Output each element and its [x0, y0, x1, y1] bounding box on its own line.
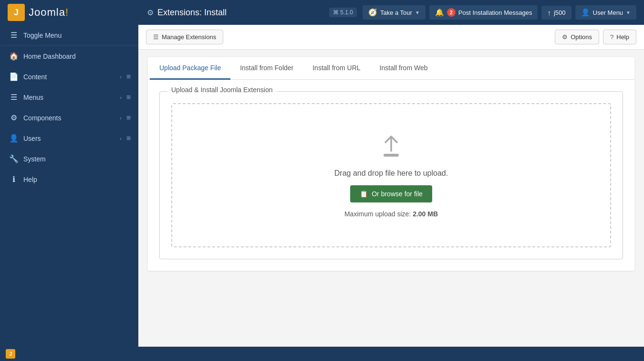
browse-file-button[interactable]: 📋 Or browse for file: [350, 185, 432, 202]
upload-svg-icon: [377, 133, 405, 161]
components-grid-icon: ⊞: [126, 115, 131, 121]
svg-rect-0: [384, 154, 399, 157]
tour-icon: 🧭: [368, 8, 377, 17]
sidebar-content-label: Content: [23, 73, 115, 81]
user-menu-label: User Menu: [593, 9, 623, 16]
logo-text: Joomla!: [29, 6, 69, 19]
options-button[interactable]: ⚙ Options: [555, 30, 599, 44]
sidebar-item-help[interactable]: ℹ Help: [0, 169, 138, 190]
menus-grid-icon: ⊞: [126, 94, 131, 100]
tour-chevron-icon: ▼: [415, 10, 420, 15]
version-badge: ⌘ 5.1.0: [329, 8, 357, 17]
user-upload-icon: ↑: [547, 9, 551, 17]
notification-badge: 2: [447, 8, 456, 17]
sidebar-system-label: System: [23, 155, 131, 163]
components-icon: ⚙: [9, 113, 19, 122]
sidebar-components-label: Components: [23, 114, 115, 122]
sidebar-item-content[interactable]: 📄 Content › ⊞: [0, 66, 138, 87]
sidebar-item-menus[interactable]: ☰ Menus › ⊞: [0, 87, 138, 107]
user-avatar-icon: 👤: [581, 8, 590, 17]
joomla-logo-icon: J: [8, 4, 25, 21]
options-label: Options: [571, 33, 592, 41]
menus-arrow-icon: ›: [120, 95, 122, 100]
sidebar-item-users[interactable]: 👤 Users › ⊞: [0, 128, 138, 149]
toggle-menu-item[interactable]: ☰ Toggle Menu: [0, 25, 138, 46]
tab-content-upload: Upload & Install Joomla Extension Drag a…: [148, 80, 634, 271]
tabs-container: Upload Package File Install from Folder …: [148, 57, 634, 271]
tab-install-url[interactable]: Install from URL: [303, 57, 370, 80]
upload-drop-area[interactable]: Drag and drop file here to upload. 📋 Or …: [171, 103, 611, 247]
content-icon: 📄: [9, 72, 19, 81]
bell-icon: 🔔: [435, 8, 444, 17]
help-button[interactable]: ? Help: [603, 30, 636, 44]
help-label: Help: [616, 33, 629, 41]
drop-text: Drag and drop file here to upload.: [334, 169, 448, 178]
user-menu-chevron-icon: ▼: [626, 10, 631, 15]
users-icon: 👤: [9, 134, 19, 143]
post-install-button[interactable]: 🔔 2 Post Installation Messages: [429, 5, 538, 20]
menus-icon: ☰: [9, 93, 19, 102]
toolbar: ☰ Manage Extensions ⚙ Options ? Help: [138, 25, 644, 50]
content-arrow-icon: ›: [120, 74, 122, 80]
header-center: ⚙ Extensions: Install: [147, 8, 320, 18]
main-layout: ☰ Toggle Menu 🏠 Home Dashboard 📄 Content…: [0, 25, 644, 347]
tab-upload-package[interactable]: Upload Package File: [150, 57, 230, 80]
browse-icon: 📋: [360, 190, 368, 198]
take-tour-label: Take a Tour: [380, 9, 412, 16]
upload-size-value: 2.00 MB: [413, 210, 438, 218]
take-tour-button[interactable]: 🧭 Take a Tour ▼: [363, 5, 426, 20]
help-sidebar-icon: ℹ: [9, 175, 19, 184]
upload-icon: [377, 133, 405, 161]
sidebar-item-components[interactable]: ⚙ Components › ⊞: [0, 107, 138, 128]
user-id-label: j500: [554, 9, 566, 16]
joomla-footer-icon: J: [6, 349, 15, 359]
header-buttons: 🧭 Take a Tour ▼ 🔔 2 Post Installation Me…: [363, 5, 636, 20]
tab-install-folder[interactable]: Install from Folder: [230, 57, 303, 80]
system-icon: 🔧: [9, 154, 19, 163]
sidebar-help-label: Help: [23, 176, 131, 183]
toggle-menu-icon: ☰: [9, 31, 19, 40]
page-content: Upload Package File Install from Folder …: [138, 50, 644, 347]
users-grid-icon: ⊞: [126, 135, 131, 141]
sidebar-item-home-dashboard[interactable]: 🏠 Home Dashboard: [0, 46, 138, 66]
toggle-menu-label: Toggle Menu: [23, 32, 131, 39]
content-area: ☰ Manage Extensions ⚙ Options ? Help: [138, 25, 644, 347]
sidebar-menus-label: Menus: [23, 94, 115, 101]
upload-section: Upload & Install Joomla Extension Drag a…: [159, 91, 623, 259]
tab-install-web[interactable]: Install from Web: [370, 57, 437, 80]
upload-section-legend: Upload & Install Joomla Extension: [167, 86, 276, 94]
content-grid-icon: ⊞: [126, 74, 131, 80]
users-arrow-icon: ›: [120, 136, 122, 141]
user-menu-button[interactable]: 👤 User Menu ▼: [575, 5, 636, 20]
home-icon: 🏠: [9, 52, 19, 61]
browse-label: Or browse for file: [372, 190, 423, 198]
bottom-bar: J: [0, 347, 644, 361]
top-header: J Joomla! ⚙ Extensions: Install ⌘ 5.1.0 …: [0, 0, 644, 25]
toolbar-right: ⚙ Options ? Help: [555, 30, 636, 44]
sidebar-home-label: Home Dashboard: [23, 53, 131, 60]
sidebar-users-label: Users: [23, 135, 115, 142]
user-id-button[interactable]: ↑ j500: [541, 6, 571, 20]
gear-icon: ⚙: [562, 33, 568, 41]
sidebar-item-system[interactable]: 🔧 System: [0, 149, 138, 169]
logo-area: J Joomla!: [8, 4, 141, 21]
tabs-header: Upload Package File Install from Folder …: [148, 57, 634, 80]
toolbar-left: ☰ Manage Extensions: [146, 30, 223, 44]
post-install-label: Post Installation Messages: [458, 9, 532, 16]
upload-size-text: Maximum upload size: 2.00 MB: [344, 210, 438, 218]
manage-extensions-label: Manage Extensions: [162, 33, 216, 41]
list-icon: ☰: [153, 33, 159, 41]
sidebar: ☰ Toggle Menu 🏠 Home Dashboard 📄 Content…: [0, 25, 138, 347]
components-arrow-icon: ›: [120, 115, 122, 121]
question-icon: ?: [610, 33, 613, 41]
extensions-icon: ⚙: [147, 8, 154, 17]
manage-extensions-button[interactable]: ☰ Manage Extensions: [146, 30, 223, 44]
page-title: Extensions: Install: [157, 8, 227, 18]
